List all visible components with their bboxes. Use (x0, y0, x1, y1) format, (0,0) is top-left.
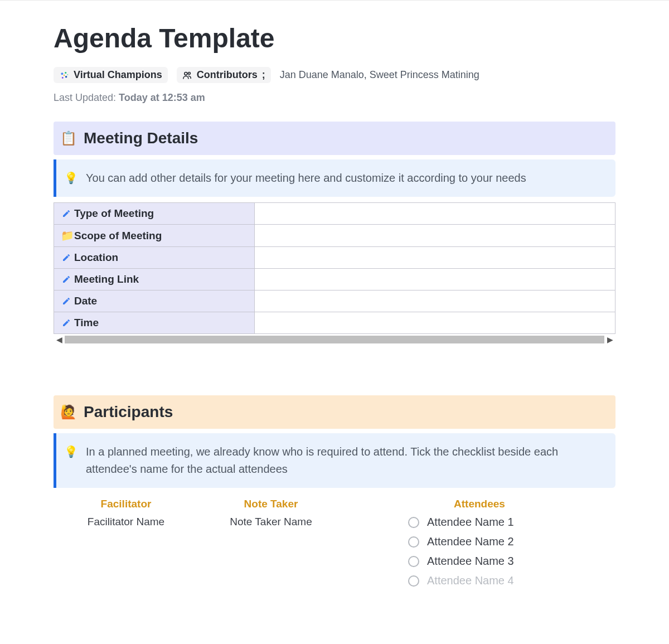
svg-point-1 (65, 71, 66, 73)
detail-label-cell: 📁Scope of Meeting (54, 225, 255, 247)
svg-point-6 (185, 72, 187, 75)
org-name: Virtual Champions (74, 69, 162, 81)
attendee-checkbox[interactable] (408, 556, 419, 567)
facilitator-column: Facilitator Facilitator Name (54, 498, 198, 587)
attendee-row: Attendee Name 2 (408, 535, 514, 548)
meeting-details-title: Meeting Details (84, 129, 198, 147)
detail-value-cell[interactable] (255, 225, 615, 247)
svg-point-7 (188, 72, 190, 74)
attendee-name[interactable]: Attendee Name 4 (427, 574, 514, 587)
last-updated: Last Updated: Today at 12:53 am (54, 92, 615, 104)
attendee-checkbox[interactable] (408, 517, 419, 528)
svg-point-5 (67, 74, 68, 75)
facilitator-name[interactable]: Facilitator Name (54, 516, 198, 528)
attendees-column: Attendees Attendee Name 1Attendee Name 2… (343, 498, 615, 587)
bulb-icon: 💡 (64, 443, 78, 461)
table-row: Time (54, 312, 615, 334)
notetaker-name[interactable]: Note Taker Name (198, 516, 343, 528)
document: Agenda Template Virtual Champions Contri… (0, 0, 669, 598)
scroll-right-icon[interactable]: ▶ (604, 334, 615, 345)
scroll-left-icon[interactable]: ◀ (54, 334, 65, 345)
contributors-names: Jan Duane Manalo, Sweet Princess Matinin… (280, 69, 479, 81)
detail-label: Time (74, 317, 99, 328)
last-updated-value: Today at 12:53 am (119, 92, 205, 103)
contributors-label: Contributors (197, 69, 258, 81)
attendee-row: Attendee Name 4 (408, 574, 514, 587)
detail-label: Meeting Link (74, 273, 139, 285)
pencil-icon (61, 295, 72, 307)
attendee-checkbox[interactable] (408, 536, 419, 548)
pencil-icon (61, 273, 72, 285)
participants-header: 🙋 Participants (54, 395, 615, 429)
pencil-icon (61, 207, 72, 220)
detail-label: Scope of Meeting (74, 230, 162, 241)
detail-value-cell[interactable] (255, 290, 615, 312)
detail-label: Location (74, 251, 118, 263)
participants-callout: 💡 In a planned meeting, we already know … (54, 433, 615, 488)
attendee-name[interactable]: Attendee Name 2 (427, 535, 514, 548)
meeting-details-callout: 💡 You can add other details for your mee… (54, 159, 615, 197)
table-row: Location (54, 247, 615, 269)
last-updated-label: Last Updated: (54, 92, 116, 103)
page-title: Agenda Template (54, 23, 615, 54)
attendee-name[interactable]: Attendee Name 1 (427, 516, 514, 529)
attendee-name[interactable]: Attendee Name 3 (427, 555, 514, 568)
detail-label: Type of Meeting (74, 207, 154, 219)
pencil-icon (61, 317, 72, 329)
attendee-checkbox[interactable] (408, 575, 419, 587)
table-row: Meeting Link (54, 269, 615, 290)
detail-label: Date (74, 295, 97, 307)
org-tag[interactable]: Virtual Champions (54, 67, 168, 83)
folder-icon: 📁 (61, 229, 72, 242)
facilitator-label: Facilitator (54, 498, 198, 510)
meta-row: Virtual Champions Contributors; Jan Duan… (54, 67, 615, 83)
detail-label-cell: Location (54, 247, 255, 269)
meeting-details-header: 📋 Meeting Details (54, 122, 615, 155)
attendee-row: Attendee Name 1 (408, 516, 514, 529)
notepad-icon: 📋 (60, 130, 77, 146)
raised-hand-icon: 🙋 (60, 404, 77, 420)
svg-point-0 (61, 72, 63, 75)
meeting-details-table: Type of Meeting📁Scope of MeetingLocation… (54, 202, 615, 334)
attendees-label: Attendees (343, 498, 615, 510)
contributors-sep: ; (262, 69, 265, 81)
scroll-track[interactable] (65, 336, 604, 343)
participants-title: Participants (84, 403, 173, 421)
detail-label-cell: Date (54, 290, 255, 312)
contributors-icon (182, 70, 192, 80)
detail-value-cell[interactable] (255, 269, 615, 290)
contributors-tag[interactable]: Contributors; (177, 67, 271, 83)
detail-value-cell[interactable] (255, 312, 615, 334)
svg-point-3 (62, 77, 64, 79)
table-row: 📁Scope of Meeting (54, 225, 615, 247)
horizontal-scrollbar[interactable]: ◀ ▶ (54, 334, 615, 345)
bulb-icon: 💡 (64, 170, 78, 187)
detail-value-cell[interactable] (255, 203, 615, 225)
detail-value-cell[interactable] (255, 247, 615, 269)
svg-point-2 (65, 75, 67, 78)
notetaker-label: Note Taker (198, 498, 343, 510)
participants-callout-text: In a planned meeting, we already know wh… (86, 443, 608, 478)
table-row: Date (54, 290, 615, 312)
detail-label-cell: Meeting Link (54, 269, 255, 290)
table-row: Type of Meeting (54, 203, 615, 225)
detail-label-cell: Type of Meeting (54, 203, 255, 225)
pencil-icon (61, 251, 72, 264)
meeting-details-callout-text: You can add other details for your meeti… (86, 170, 526, 187)
attendee-row: Attendee Name 3 (408, 555, 514, 568)
notetaker-column: Note Taker Note Taker Name (198, 498, 343, 587)
org-logo-icon (59, 70, 69, 80)
svg-point-4 (64, 74, 65, 75)
participants-columns: Facilitator Facilitator Name Note Taker … (54, 498, 615, 587)
detail-label-cell: Time (54, 312, 255, 334)
